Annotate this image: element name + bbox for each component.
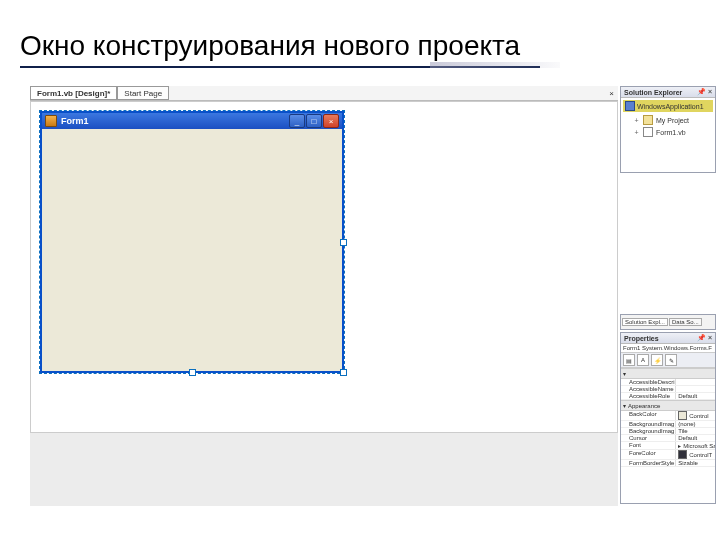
tab-start-page[interactable]: Start Page bbox=[117, 86, 169, 100]
tree-root[interactable]: WindowsApplication1 bbox=[623, 100, 713, 112]
tree-item-label: Form1.vb bbox=[656, 129, 686, 136]
file-icon bbox=[643, 127, 653, 137]
prop-name: ForeColor bbox=[621, 450, 676, 459]
properties-panel: Properties 📌 × Form1 System.Windows.Form… bbox=[620, 332, 716, 504]
close-icon[interactable]: × bbox=[323, 114, 339, 128]
alphabetical-icon[interactable]: A bbox=[637, 354, 649, 366]
right-column: Solution Explorer 📌 × WindowsApplication… bbox=[620, 86, 716, 506]
resize-handle-right[interactable] bbox=[340, 239, 347, 246]
category-label: Appearance bbox=[628, 403, 660, 409]
prop-name: Cursor bbox=[621, 435, 676, 441]
categorized-icon[interactable]: ▤ bbox=[623, 354, 635, 366]
prop-name: BackgroundImag bbox=[621, 428, 676, 434]
prop-row[interactable]: ForeColorControlT bbox=[621, 450, 715, 460]
prop-value[interactable] bbox=[676, 379, 715, 385]
prop-name: BackColor bbox=[621, 411, 676, 420]
expand-icon[interactable]: + bbox=[633, 117, 640, 124]
panel-title-text: Properties bbox=[624, 335, 659, 342]
prop-value[interactable]: Tile bbox=[676, 428, 715, 434]
spacer bbox=[620, 175, 716, 314]
color-swatch-icon bbox=[678, 411, 687, 420]
maximize-icon[interactable]: □ bbox=[306, 114, 322, 128]
resize-handle-bottom[interactable] bbox=[189, 369, 196, 376]
prop-value[interactable]: (none) bbox=[676, 421, 715, 427]
property-grid[interactable]: ▾ AccessibleDescri AccessibleName Access… bbox=[621, 368, 715, 503]
prop-name: AccessibleName bbox=[621, 386, 676, 392]
form-titlebar: Form1 _ □ × bbox=[42, 113, 342, 129]
tab-form1-design[interactable]: Form1.vb [Design]* bbox=[30, 86, 117, 100]
prop-row[interactable]: BackColorControl bbox=[621, 411, 715, 421]
prop-value[interactable]: Default bbox=[676, 393, 715, 399]
properties-object-selector[interactable]: Form1 System.Windows.Forms.F bbox=[621, 344, 715, 353]
prop-name: Font bbox=[621, 442, 676, 449]
prop-name: FormBorderStyle bbox=[621, 460, 676, 466]
title-accent bbox=[430, 62, 560, 68]
prop-category[interactable]: ▾ bbox=[621, 368, 715, 379]
resize-handle-corner[interactable] bbox=[340, 369, 347, 376]
form-selection[interactable]: Form1 _ □ × bbox=[39, 110, 345, 374]
tab-solution-explorer[interactable]: Solution Expl... bbox=[622, 318, 668, 326]
prop-row[interactable]: AccessibleDescri bbox=[621, 379, 715, 386]
prop-value[interactable]: ControlT bbox=[676, 450, 715, 459]
solution-tree[interactable]: WindowsApplication1 + My Project + Form1… bbox=[621, 98, 715, 172]
form-title-text: Form1 bbox=[61, 116, 289, 126]
prop-value[interactable]: ▸Microsoft San bbox=[676, 442, 715, 449]
prop-row[interactable]: FormBorderStyleSizable bbox=[621, 460, 715, 467]
panel-title-text: Solution Explorer bbox=[624, 89, 682, 96]
events-icon[interactable]: ✎ bbox=[665, 354, 677, 366]
prop-name: BackgroundImag bbox=[621, 421, 676, 427]
form-window[interactable]: Form1 _ □ × bbox=[40, 111, 344, 373]
expand-icon[interactable]: + bbox=[633, 129, 640, 136]
props-icon[interactable]: ⚡ bbox=[651, 354, 663, 366]
prop-value[interactable]: Sizable bbox=[676, 460, 715, 466]
solution-explorer-title: Solution Explorer 📌 × bbox=[621, 87, 715, 98]
vb-project-icon bbox=[625, 101, 635, 111]
prop-row[interactable]: BackgroundImag(none) bbox=[621, 421, 715, 428]
tree-item-label: My Project bbox=[656, 117, 689, 124]
properties-title: Properties 📌 × bbox=[621, 333, 715, 344]
prop-name: AccessibleRole bbox=[621, 393, 676, 399]
prop-row[interactable]: AccessibleRoleDefault bbox=[621, 393, 715, 400]
panel-tabstrip: Solution Expl... Data So... bbox=[620, 314, 716, 330]
panel-close-icon[interactable]: × bbox=[708, 88, 712, 96]
prop-value[interactable]: Control bbox=[676, 411, 715, 420]
color-swatch-icon bbox=[678, 450, 687, 459]
pin-icon[interactable]: 📌 bbox=[697, 88, 706, 96]
minimize-icon[interactable]: _ bbox=[289, 114, 305, 128]
panel-close-icon[interactable]: × bbox=[708, 334, 712, 342]
form-client-area[interactable] bbox=[42, 129, 342, 371]
prop-row[interactable]: CursorDefault bbox=[621, 435, 715, 442]
tree-root-label: WindowsApplication1 bbox=[637, 103, 704, 110]
prop-row[interactable]: Font▸Microsoft San bbox=[621, 442, 715, 450]
tab-data-sources[interactable]: Data So... bbox=[669, 318, 702, 326]
form-app-icon bbox=[45, 115, 57, 127]
designer-surface[interactable]: Form1 _ □ × bbox=[30, 101, 618, 433]
prop-value[interactable]: Default bbox=[676, 435, 715, 441]
prop-row[interactable]: BackgroundImagTile bbox=[621, 428, 715, 435]
ide-frame: Form1.vb [Design]* Start Page × Form1 _ … bbox=[30, 86, 618, 506]
tree-item-form1[interactable]: + Form1.vb bbox=[633, 126, 713, 138]
pin-icon[interactable]: 📌 bbox=[697, 334, 706, 342]
properties-toolbar: ▤ A ⚡ ✎ bbox=[621, 353, 715, 368]
document-tabs: Form1.vb [Design]* Start Page × bbox=[30, 86, 618, 101]
prop-row[interactable]: AccessibleName bbox=[621, 386, 715, 393]
solution-explorer-panel: Solution Explorer 📌 × WindowsApplication… bbox=[620, 86, 716, 173]
prop-name: AccessibleDescri bbox=[621, 379, 676, 385]
tab-close-icon[interactable]: × bbox=[605, 89, 618, 98]
prop-value[interactable] bbox=[676, 386, 715, 392]
tree-item-myproject[interactable]: + My Project bbox=[633, 114, 713, 126]
folder-icon bbox=[643, 115, 653, 125]
prop-category[interactable]: ▾Appearance bbox=[621, 400, 715, 411]
